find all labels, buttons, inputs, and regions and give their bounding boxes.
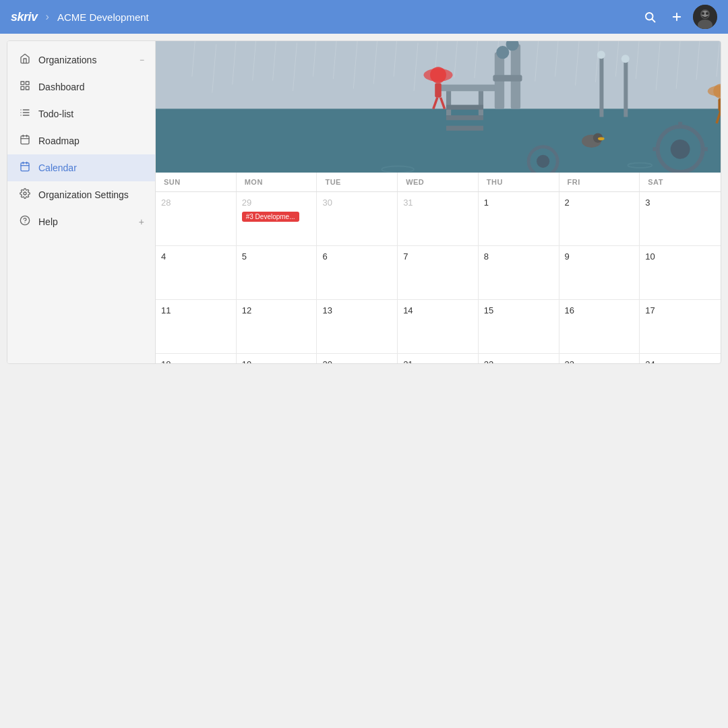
day-header-wed: WED: [398, 173, 479, 191]
calendar-cell[interactable]: 6: [317, 246, 398, 300]
sidebar-item-dashboard[interactable]: Dashboard: [7, 73, 155, 100]
calendar-section: SUN MON TUE WED THU FRI SAT 2829#3 Devel…: [156, 173, 721, 363]
calendar-cell[interactable]: 29#3 Developme...: [237, 192, 317, 246]
sidebar-item-help[interactable]: Help +: [7, 208, 155, 235]
svg-rect-60: [438, 85, 503, 92]
svg-rect-10: [21, 82, 24, 85]
calendar-day-number: 30: [322, 198, 392, 208]
calendar-day-number: 4: [161, 251, 231, 262]
calendar-day-number: 1: [484, 198, 553, 208]
calendar-cell[interactable]: 30: [317, 192, 398, 246]
day-header-mon: MON: [237, 173, 317, 191]
svg-rect-61: [446, 91, 451, 115]
svg-rect-24: [21, 163, 29, 171]
day-header-fri: FRI: [559, 173, 640, 191]
calendar-cell[interactable]: 13: [317, 300, 398, 354]
calendar-day-number: 3: [645, 198, 715, 208]
sidebar-item-roadmap[interactable]: Roadmap: [7, 127, 155, 154]
sidebar-item-organizations[interactable]: Organizations −: [7, 47, 155, 73]
sidebar-item-dashboard-label: Dashboard: [38, 82, 144, 92]
svg-point-87: [423, 69, 452, 82]
calendar-day-number: 19: [242, 359, 311, 363]
svg-rect-96: [718, 98, 721, 111]
dashboard-icon: [18, 80, 32, 94]
chevron-icon: −: [140, 55, 144, 65]
calendar-cell[interactable]: 23: [559, 354, 640, 363]
sidebar-item-calendar[interactable]: Calendar: [7, 154, 155, 181]
calendar-cell[interactable]: 16: [559, 300, 640, 354]
sidebar-item-org-settings[interactable]: Organization Settings: [7, 181, 155, 208]
calendar-cell[interactable]: 18: [156, 354, 237, 363]
calendar-cell[interactable]: 24: [640, 354, 721, 363]
help-plus-icon: +: [139, 216, 144, 227]
sidebar-item-organizations-label: Organizations: [38, 55, 133, 65]
calendar-day-headers: SUN MON TUE WED THU FRI SAT: [156, 173, 721, 192]
main-content: SUN MON TUE WED THU FRI SAT 2829#3 Devel…: [156, 41, 721, 363]
calendar-cell[interactable]: 22: [479, 354, 559, 363]
search-icon[interactable]: [639, 6, 661, 28]
calendar-cell[interactable]: 17: [640, 300, 721, 354]
calendar-cell[interactable]: 7: [398, 246, 479, 300]
calendar-grid: 2829#3 Developme...303112345678910111213…: [156, 192, 721, 363]
svg-rect-12: [26, 86, 29, 90]
calendar-cell[interactable]: 21: [398, 354, 479, 363]
calendar-day-number: 6: [322, 251, 392, 262]
calendar-cell[interactable]: 5: [237, 246, 317, 300]
svg-point-72: [671, 140, 690, 159]
svg-rect-62: [479, 91, 483, 115]
calendar-day-number: 8: [484, 251, 553, 262]
calendar-event-badge[interactable]: #3 Developme...: [242, 212, 299, 222]
calendar-day-number: 22: [484, 359, 553, 363]
calendar-cell[interactable]: 8: [479, 246, 559, 300]
settings-icon: [18, 188, 32, 202]
calendar-cell[interactable]: 2: [559, 192, 640, 246]
calendar-day-number: 24: [645, 359, 715, 363]
svg-rect-63: [446, 105, 483, 110]
calendar-cell[interactable]: 12: [237, 300, 317, 354]
calendar-cell[interactable]: 9: [559, 246, 640, 300]
calendar-cell[interactable]: 11: [156, 300, 237, 354]
calendar-day-number: 2: [565, 198, 634, 208]
sidebar-item-calendar-label: Calendar: [38, 162, 144, 173]
calendar-cell[interactable]: 31: [398, 192, 479, 246]
calendar-day-number: 15: [484, 305, 553, 315]
svg-point-93: [598, 137, 605, 140]
calendar-day-number: 12: [242, 305, 311, 315]
sidebar-item-roadmap-label: Roadmap: [38, 135, 144, 146]
home-icon: [18, 53, 32, 67]
sidebar-item-todo[interactable]: Todo-list: [7, 100, 155, 127]
org-name: ACME Development: [57, 11, 149, 23]
svg-rect-65: [446, 126, 483, 131]
roadmap-icon: [18, 134, 32, 148]
calendar-day-number: 29: [242, 198, 311, 208]
user-avatar[interactable]: [693, 5, 717, 29]
svg-point-81: [621, 55, 630, 63]
calendar-cell[interactable]: 3: [640, 192, 721, 246]
svg-line-1: [652, 19, 655, 22]
calendar-cell[interactable]: 14: [398, 300, 479, 354]
calendar-cell[interactable]: 28: [156, 192, 237, 246]
calendar-icon: [18, 161, 32, 175]
svg-point-28: [24, 192, 26, 195]
calendar-day-number: 10: [645, 251, 715, 262]
topbar-separator: ›: [46, 11, 49, 23]
app-logo: skriv: [11, 10, 38, 24]
sidebar-item-help-label: Help: [38, 216, 132, 227]
calendar-cell[interactable]: 10: [640, 246, 721, 300]
sidebar: Organizations − Dashboard: [7, 41, 156, 363]
svg-rect-20: [21, 136, 29, 144]
calendar-day-number: 9: [565, 251, 634, 262]
svg-rect-11: [26, 82, 29, 85]
sidebar-item-todo-label: Todo-list: [38, 109, 144, 119]
calendar-cell[interactable]: 4: [156, 246, 237, 300]
day-header-sat: SAT: [640, 173, 721, 191]
calendar-cell[interactable]: 19: [237, 354, 317, 363]
add-icon[interactable]: [666, 6, 688, 28]
svg-rect-88: [435, 83, 442, 98]
calendar-banner: [156, 41, 721, 173]
calendar-cell[interactable]: 1: [479, 192, 559, 246]
calendar-day-number: 14: [403, 305, 473, 315]
calendar-cell[interactable]: 20: [317, 354, 398, 363]
calendar-cell[interactable]: 15: [479, 300, 559, 354]
calendar-day-number: 23: [565, 359, 634, 363]
